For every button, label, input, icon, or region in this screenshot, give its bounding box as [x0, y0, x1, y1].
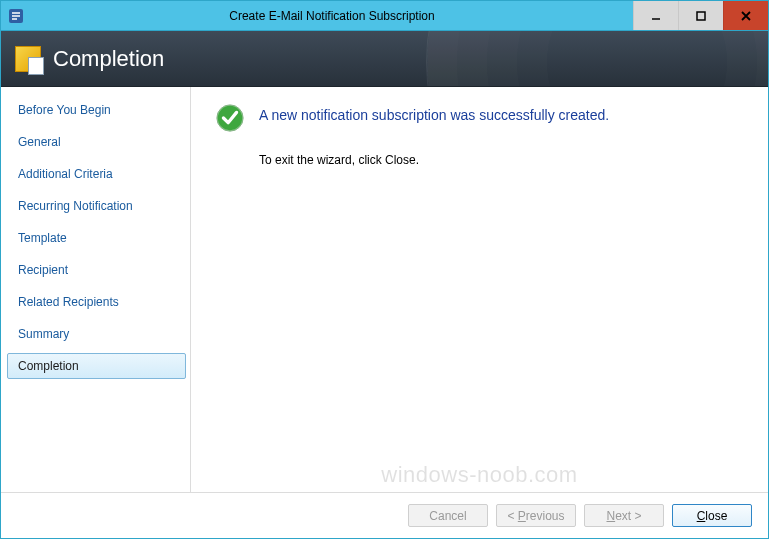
next-button: Next > [584, 504, 664, 527]
main-pane: A new notification subscription was succ… [191, 87, 768, 492]
minimize-button[interactable] [633, 1, 678, 30]
sidebar-item-recurring-notification[interactable]: Recurring Notification [7, 193, 186, 219]
sidebar-item-summary[interactable]: Summary [7, 321, 186, 347]
wizard-body: Before You Begin General Additional Crit… [1, 87, 768, 492]
banner-icon [15, 46, 41, 72]
sidebar-item-recipient[interactable]: Recipient [7, 257, 186, 283]
sidebar-item-before-you-begin[interactable]: Before You Begin [7, 97, 186, 123]
banner-title: Completion [53, 46, 164, 72]
window-buttons [633, 1, 768, 30]
wizard-window: Create E-Mail Notification Subscription … [0, 0, 769, 539]
svg-rect-2 [697, 12, 705, 20]
completion-body: To exit the wizard, click Close. [259, 153, 744, 167]
wizard-sidebar: Before You Begin General Additional Crit… [1, 87, 191, 492]
close-window-button[interactable] [723, 1, 768, 30]
message-row: A new notification subscription was succ… [215, 103, 744, 133]
completion-heading: A new notification subscription was succ… [259, 103, 609, 123]
previous-button: < Previous [496, 504, 576, 527]
wizard-banner: Completion [1, 31, 768, 87]
app-icon [1, 1, 31, 30]
watermark: windows-noob.com [381, 462, 577, 488]
sidebar-item-additional-criteria[interactable]: Additional Criteria [7, 161, 186, 187]
close-button[interactable]: Close [672, 504, 752, 527]
cancel-button: Cancel [408, 504, 488, 527]
sidebar-item-completion[interactable]: Completion [7, 353, 186, 379]
success-icon [215, 103, 245, 133]
sidebar-item-general[interactable]: General [7, 129, 186, 155]
window-title: Create E-Mail Notification Subscription [31, 1, 633, 30]
sidebar-item-template[interactable]: Template [7, 225, 186, 251]
titlebar: Create E-Mail Notification Subscription [1, 1, 768, 31]
wizard-footer: Cancel < Previous Next > Close [1, 492, 768, 538]
maximize-button[interactable] [678, 1, 723, 30]
sidebar-item-related-recipients[interactable]: Related Recipients [7, 289, 186, 315]
